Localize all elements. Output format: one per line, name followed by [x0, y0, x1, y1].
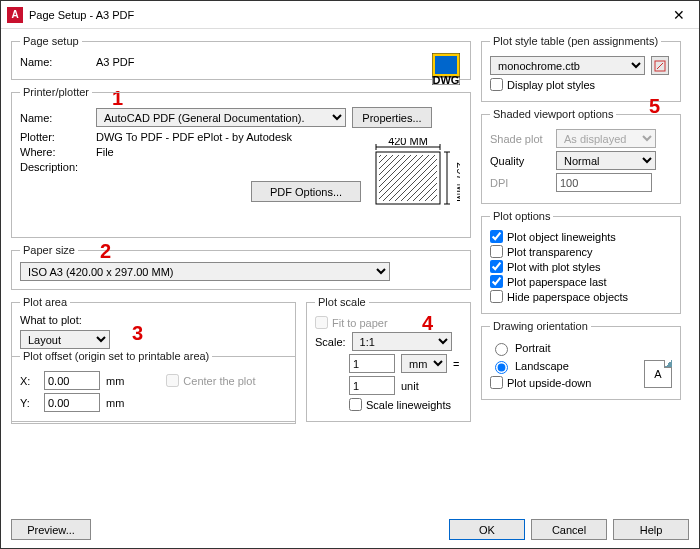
- pdf-options-button[interactable]: PDF Options...: [251, 181, 361, 202]
- content-area: Page setup DWG Name: A3 PDF 1 Printer/pl…: [1, 29, 699, 503]
- display-plot-styles-checkbox[interactable]: [490, 78, 503, 91]
- cancel-button[interactable]: Cancel: [531, 519, 607, 540]
- paper-size-select[interactable]: ISO A3 (420.00 x 297.00 MM): [20, 262, 390, 281]
- plot-offset-legend: Plot offset (origin set to printable are…: [20, 350, 212, 362]
- annotation-4: 4: [422, 312, 433, 335]
- where-value: File: [96, 146, 114, 158]
- dpi-label: DPI: [490, 177, 550, 189]
- hide-paperspace-checkbox[interactable]: [490, 290, 503, 303]
- fit-to-paper-label: Fit to paper: [332, 317, 388, 329]
- plot-lineweights-label: Plot object lineweights: [507, 231, 616, 243]
- shaded-viewport-group: Shaded viewport options Shade plotAs dis…: [481, 108, 681, 204]
- plot-area-legend: Plot area: [20, 296, 70, 308]
- svg-text:DWG: DWG: [433, 74, 460, 85]
- scale-select[interactable]: 1:1: [352, 332, 452, 351]
- paper-size-group: Paper size 2 ISO A3 (420.00 x 297.00 MM): [11, 244, 471, 290]
- plot-scale-group: Plot scale 4 Fit to paper Scale:1:1 mm= …: [306, 296, 471, 422]
- orientation-icon: A: [644, 360, 672, 388]
- plot-transparency-checkbox[interactable]: [490, 245, 503, 258]
- display-plot-styles-label: Display plot styles: [507, 79, 595, 91]
- dwg-icon: DWG: [432, 53, 460, 85]
- paper-size-legend: Paper size: [20, 244, 78, 256]
- annotation-3: 3: [132, 322, 143, 345]
- autocad-app-icon: A: [7, 7, 23, 23]
- center-plot-checkbox: [166, 374, 179, 387]
- quality-select[interactable]: Normal: [556, 151, 656, 170]
- landscape-radio[interactable]: [495, 361, 508, 374]
- plot-lineweights-checkbox[interactable]: [490, 230, 503, 243]
- y-label: Y:: [20, 397, 38, 409]
- plot-with-styles-label: Plot with plot styles: [507, 261, 601, 273]
- printer-name-select[interactable]: AutoCAD PDF (General Documentation).: [96, 108, 346, 127]
- plot-paperspace-checkbox[interactable]: [490, 275, 503, 288]
- where-label: Where:: [20, 146, 90, 158]
- x-input[interactable]: [44, 371, 100, 390]
- drawing-orientation-group: Drawing orientation Portrait Landscape P…: [481, 320, 681, 400]
- plot-with-styles-checkbox[interactable]: [490, 260, 503, 273]
- what-to-plot-select[interactable]: Layout: [20, 330, 110, 349]
- orientation-legend: Drawing orientation: [490, 320, 591, 332]
- close-icon[interactable]: ✕: [659, 1, 699, 29]
- dialog-footer: Preview... OK Cancel Help: [11, 519, 689, 540]
- dialog-window: A Page Setup - A3 PDF ✕ Page setup DWG N…: [0, 0, 700, 549]
- x-unit: mm: [106, 375, 124, 387]
- scale-lineweights-label: Scale lineweights: [366, 399, 451, 411]
- svg-line-16: [657, 63, 663, 69]
- x-label: X:: [20, 375, 38, 387]
- portrait-label: Portrait: [515, 342, 550, 354]
- scale-lineweights-checkbox[interactable]: [349, 398, 362, 411]
- right-column: Plot style table (pen assignments) monoc…: [481, 35, 681, 503]
- equals-label: =: [453, 358, 459, 370]
- plot-style-select[interactable]: monochrome.ctb: [490, 56, 645, 75]
- plot-options-group: Plot options Plot object lineweights Plo…: [481, 210, 681, 314]
- plot-scale-legend: Plot scale: [315, 296, 369, 308]
- what-to-plot-label: What to plot:: [20, 314, 287, 326]
- plotter-label: Plotter:: [20, 131, 90, 143]
- page-setup-legend: Page setup: [20, 35, 82, 47]
- plot-transparency-label: Plot transparency: [507, 246, 593, 258]
- svg-rect-10: [379, 155, 437, 201]
- scale-label: Scale:: [315, 336, 346, 348]
- page-setup-name-label: Name:: [20, 56, 90, 68]
- scale-unit-select[interactable]: mm: [401, 354, 447, 373]
- window-title: Page Setup - A3 PDF: [29, 9, 659, 21]
- svg-rect-1: [435, 56, 457, 74]
- plot-style-table-group: Plot style table (pen assignments) monoc…: [481, 35, 681, 102]
- hide-paperspace-label: Hide paperspace objects: [507, 291, 628, 303]
- preview-button[interactable]: Preview...: [11, 519, 91, 540]
- upside-down-checkbox[interactable]: [490, 376, 503, 389]
- svg-text:297 MM: 297 MM: [455, 162, 460, 202]
- left-column: Page setup DWG Name: A3 PDF 1 Printer/pl…: [11, 35, 471, 503]
- plot-options-legend: Plot options: [490, 210, 553, 222]
- dpi-input: [556, 173, 652, 192]
- landscape-label: Landscape: [515, 360, 569, 372]
- unit-label: unit: [401, 380, 419, 392]
- ok-button[interactable]: OK: [449, 519, 525, 540]
- printer-name-label: Name:: [20, 112, 90, 124]
- help-button[interactable]: Help: [613, 519, 689, 540]
- scale-numerator-input[interactable]: [349, 354, 395, 373]
- scale-denominator-input[interactable]: [349, 376, 395, 395]
- edit-plot-style-button[interactable]: [651, 56, 669, 75]
- paper-preview: 420 MM 297 MM: [368, 138, 460, 226]
- plot-paperspace-label: Plot paperspace last: [507, 276, 607, 288]
- printer-legend: Printer/plotter: [20, 86, 92, 98]
- shade-plot-select: As displayed: [556, 129, 656, 148]
- plot-style-legend: Plot style table (pen assignments): [490, 35, 661, 47]
- center-plot-label: Center the plot: [183, 375, 255, 387]
- page-setup-name-value: A3 PDF: [96, 56, 135, 68]
- y-input[interactable]: [44, 393, 100, 412]
- y-unit: mm: [106, 397, 124, 409]
- quality-label: Quality: [490, 155, 550, 167]
- shaded-legend: Shaded viewport options: [490, 108, 616, 120]
- properties-button[interactable]: Properties...: [352, 107, 432, 128]
- shade-plot-label: Shade plot: [490, 133, 550, 145]
- fit-to-paper-checkbox: [315, 316, 328, 329]
- page-setup-group: Page setup DWG Name: A3 PDF 1: [11, 35, 471, 80]
- portrait-radio[interactable]: [495, 343, 508, 356]
- upside-down-label: Plot upside-down: [507, 377, 591, 389]
- plotter-value: DWG To PDF - PDF ePlot - by Autodesk: [96, 131, 292, 143]
- plot-offset-group: Plot offset (origin set to printable are…: [11, 350, 296, 424]
- annotation-2: 2: [100, 240, 111, 263]
- description-label: Description:: [20, 161, 90, 173]
